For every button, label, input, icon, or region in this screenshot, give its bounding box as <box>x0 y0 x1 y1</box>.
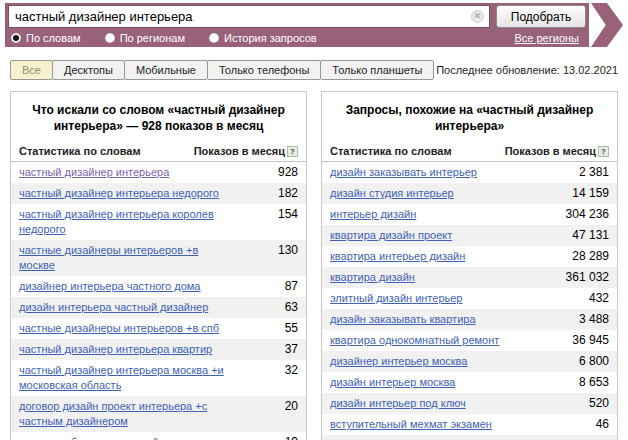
table-row: частные объявления дизайнеров интерьера … <box>11 432 306 440</box>
keyword-link[interactable]: вступительный мехмат экзамен <box>330 417 492 432</box>
table-row: частные дизайнеры интерьеров +в спб 55 <box>11 318 306 339</box>
keyword-link[interactable]: квартира дизайн проект <box>330 228 452 243</box>
right-panel-title: Запросы, похожие на «частный дизайнер ин… <box>322 92 617 143</box>
device-tab[interactable]: Мобильные <box>124 60 208 80</box>
mode-radio[interactable]: История запросов <box>209 32 317 44</box>
keyword-link[interactable]: частные дизайнеры интерьеров +в спб <box>19 321 219 336</box>
table-row: частный дизайнер интерьера королев недор… <box>11 204 306 240</box>
help-icon[interactable]: ? <box>598 146 609 157</box>
table-row: квартира однокомнатный ремонт 36 945 <box>322 330 617 351</box>
impressions-count: 3 488 <box>579 312 609 327</box>
table-row: дизайнер интерьер москва 6 800 <box>322 351 617 372</box>
clear-search-icon[interactable]: ✕ <box>471 10 484 23</box>
device-tab-label: Только планшеты <box>332 64 422 76</box>
search-bar: ✕ Подобрать По словам По регионам Истори… <box>5 3 623 47</box>
impressions-count: 19 <box>285 435 298 440</box>
impressions-count: 154 <box>278 207 298 237</box>
keyword-link[interactable]: частные дизайнеры интерьеров +в москве <box>19 243 237 273</box>
table-row: дизайн интерьера частный дизайнер 63 <box>11 297 306 318</box>
impressions-count: 87 <box>285 279 298 294</box>
keyword-link[interactable]: интерьер дизайн <box>330 207 416 222</box>
mode-radio-label: По регионам <box>120 32 185 44</box>
keyword-link[interactable]: дизайн интерьер москва <box>330 375 455 390</box>
table-row: дизайнер спб интерьер 3 090 <box>322 435 617 440</box>
keyword-link[interactable]: квартира дизайн <box>330 270 415 285</box>
table-row: дизайн заказывать интерьер 2 381 <box>322 162 617 183</box>
device-tab-label: Все <box>22 64 41 76</box>
impressions-count: 130 <box>278 243 298 273</box>
radio-icon <box>105 33 115 43</box>
device-tab[interactable]: Только планшеты <box>320 60 434 80</box>
radio-icon <box>209 33 219 43</box>
right-rows: дизайн заказывать интерьер 2 381 дизайн … <box>322 162 617 440</box>
keyword-link[interactable]: дизайн заказывать интерьер <box>330 165 477 180</box>
keyword-link[interactable]: квартира интерьер дизайн <box>330 249 465 264</box>
keyword-column-header: Статистика по словам <box>19 145 141 157</box>
impressions-count: 28 289 <box>572 249 609 264</box>
keyword-link[interactable]: договор дизайн проект интерьера +с частн… <box>19 399 237 429</box>
keyword-link[interactable]: частный дизайнер интерьера <box>19 165 169 180</box>
impressions-count: 36 945 <box>572 333 609 348</box>
impressions-count: 432 <box>589 291 609 306</box>
impressions-count: 20 <box>285 399 298 429</box>
mode-radio-label: История запросов <box>224 32 317 44</box>
results-area: Что искали со словом «частный дизайнер и… <box>10 91 618 440</box>
keyword-link[interactable]: частный дизайнер интерьера москва +и мос… <box>19 363 237 393</box>
keyword-link[interactable]: частный дизайнер интерьера квартир <box>19 342 212 357</box>
keyword-link[interactable]: дизайн студия интерьер <box>330 186 454 201</box>
radio-icon <box>11 33 21 43</box>
last-update-text: Последнее обновление: 13.02.2021 <box>436 64 618 76</box>
table-row: дизайнер интерьера частного дома 87 <box>11 276 306 297</box>
left-rows: частный дизайнер интерьера 928 частный д… <box>11 162 306 440</box>
keyword-link[interactable]: дизайн интерьера частный дизайнер <box>19 300 208 315</box>
device-tab-label: Только телефоны <box>219 64 309 76</box>
keyword-link[interactable]: квартира однокомнатный ремонт <box>330 333 499 348</box>
keyword-link[interactable]: частные объявления дизайнеров интерьера <box>19 435 237 440</box>
table-row: дизайн интерьер москва 8 653 <box>322 372 617 393</box>
table-row: дизайн студия интерьер 14 159 <box>322 183 617 204</box>
impressions-count: 304 236 <box>566 207 609 222</box>
table-row: договор дизайн проект интерьера +с частн… <box>11 396 306 432</box>
keyword-link[interactable]: дизайнер интерьер москва <box>330 354 467 369</box>
keyword-link[interactable]: дизайнер интерьера частного дома <box>19 279 200 294</box>
impressions-count: 37 <box>285 342 298 357</box>
table-row: квартира дизайн 361 032 <box>322 267 617 288</box>
impressions-count: 520 <box>589 396 609 411</box>
device-tab[interactable]: Десктопы <box>52 60 125 80</box>
impressions-count: 361 032 <box>566 270 609 285</box>
table-row: квартира интерьер дизайн 28 289 <box>322 246 617 267</box>
right-panel: Запросы, похожие на «частный дизайнер ин… <box>321 91 618 440</box>
device-tab[interactable]: Только телефоны <box>207 60 321 80</box>
keyword-link[interactable]: элитный дизайн интерьер <box>330 291 463 306</box>
left-panel: Что искали со словом «частный дизайнер и… <box>10 91 307 440</box>
left-column-headers: Статистика по словам Показов в месяц ? <box>11 143 306 162</box>
search-input[interactable] <box>8 5 490 28</box>
mode-radio-label: По словам <box>26 32 81 44</box>
count-column-header: Показов в месяц <box>194 145 285 157</box>
mode-radio[interactable]: По словам <box>11 32 81 44</box>
keyword-link[interactable]: дизайн заказывать квартира <box>330 312 476 327</box>
impressions-count: 928 <box>278 165 298 180</box>
left-panel-title: Что искали со словом «частный дизайнер и… <box>11 92 306 143</box>
table-row: дизайн интерьер под ключ 520 <box>322 393 617 414</box>
keyword-link[interactable]: частный дизайнер интерьера королев недор… <box>19 207 237 237</box>
impressions-count: 6 800 <box>579 354 609 369</box>
keyword-column-header: Статистика по словам <box>330 145 452 157</box>
table-row: интерьер дизайн 304 236 <box>322 204 617 225</box>
device-tab[interactable]: Все <box>10 60 53 80</box>
device-tabs: Все Десктопы Мобильные Только телефоны Т… <box>10 60 618 80</box>
table-row: частный дизайнер интерьера квартир 37 <box>11 339 306 360</box>
keyword-link[interactable]: дизайн интерьер под ключ <box>330 396 466 411</box>
help-icon[interactable]: ? <box>287 146 298 157</box>
mode-radio[interactable]: По регионам <box>105 32 185 44</box>
device-tab-label: Десктопы <box>64 64 113 76</box>
search-bar-background: ✕ Подобрать По словам По регионам Истори… <box>5 3 589 47</box>
right-column-headers: Статистика по словам Показов в месяц ? <box>322 143 617 162</box>
count-column-header: Показов в месяц <box>505 145 596 157</box>
impressions-count: 14 159 <box>572 186 609 201</box>
impressions-count: 8 653 <box>579 375 609 390</box>
submit-button[interactable]: Подобрать <box>496 5 586 28</box>
impressions-count: 47 131 <box>572 228 609 243</box>
keyword-link[interactable]: частный дизайнер интерьера недорого <box>19 186 219 201</box>
all-regions-link[interactable]: Все регионы <box>514 32 579 44</box>
